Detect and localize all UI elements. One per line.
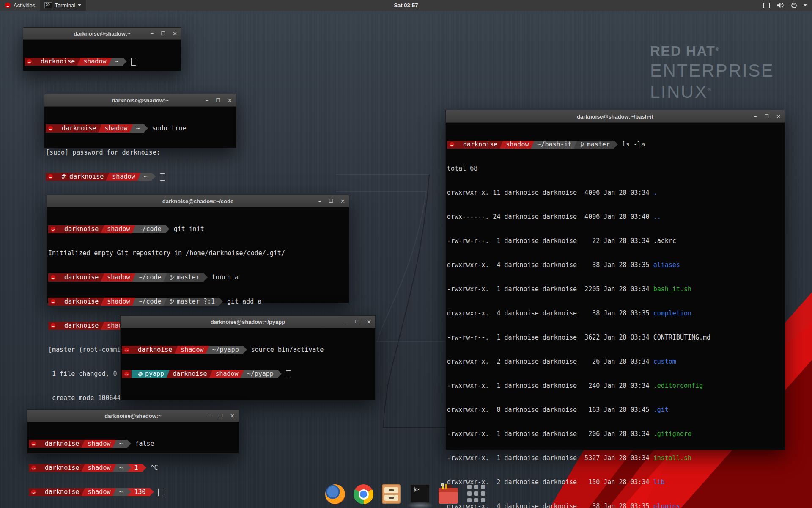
ls-row: drwxrwxr-x. 2 darknoise darknoise 150 Ja…	[447, 478, 783, 486]
terminal-cursor	[131, 58, 136, 66]
redhat-icon	[449, 142, 455, 147]
dock-item-terminal[interactable]: $>	[410, 484, 430, 504]
minimize-button[interactable]: −	[208, 413, 211, 419]
chevron-down-icon	[78, 4, 81, 6]
dock-item-chrome[interactable]	[354, 484, 373, 504]
ls-row: -rwxrwxr-x. 1 darknoise darknoise 5327 J…	[447, 454, 783, 462]
minimize-button[interactable]: −	[754, 114, 757, 119]
maximize-button[interactable]: ☐	[355, 319, 359, 325]
maximize-button[interactable]: ☐	[161, 31, 165, 36]
ls-row: drwxrwxr-x. 11 darknoise darknoise 4096 …	[447, 189, 783, 197]
minimize-button[interactable]: −	[151, 31, 154, 36]
dock-item-firefox[interactable]	[325, 484, 345, 504]
ls-row: -rw-rw-r--. 1 darknoise darknoise 22 Jan…	[447, 237, 783, 245]
maximize-button[interactable]: ☐	[329, 199, 333, 204]
window-title: darknoise@shadow:~/code	[162, 198, 233, 204]
prompt-line: darknoise shadow ~/code master touch a	[48, 273, 348, 282]
titlebar[interactable]: darknoise@shadow:~/bash-it − ☐ ✕	[446, 110, 785, 123]
prompt-arrow-icon	[152, 173, 156, 180]
window-title: darknoise@shadow:~	[74, 30, 130, 37]
close-button[interactable]: ✕	[230, 413, 235, 419]
titlebar[interactable]: darknoise@shadow:~ − ☐ ✕	[27, 410, 239, 422]
redhat-icon	[31, 465, 36, 471]
terminal-window-pyapp[interactable]: darknoise@shadow:~/pyapp − ☐ ✕ darknoise…	[120, 315, 376, 400]
prompt-arrow-icon	[123, 58, 127, 65]
power-icon	[791, 2, 797, 8]
redhat-icon	[27, 59, 32, 64]
prompt-arrow-icon	[219, 298, 223, 305]
dock-item-toolbox[interactable]	[439, 484, 458, 504]
command-text: touch a	[208, 273, 239, 282]
git-branch-icon	[170, 275, 175, 281]
prompt-line: darknoise shadow ~ false	[29, 440, 237, 448]
prompt-path-segment: ~/bash-it	[531, 141, 577, 149]
close-button[interactable]: ✕	[340, 199, 345, 204]
prompt-path-segment: ~/code	[132, 273, 167, 282]
window-title: darknoise@shadow:~/pyapp	[211, 319, 285, 325]
ls-row: drwx------. 24 darknoise darknoise 4096 …	[447, 213, 783, 221]
prompt-arrow-icon	[143, 464, 146, 472]
window-controls: − ☐ ✕	[318, 195, 345, 207]
app-menu-terminal[interactable]: $> Terminal	[40, 0, 86, 11]
prompt-host-segment: shadow	[499, 141, 534, 149]
terminal-cursor	[158, 489, 163, 496]
maximize-button[interactable]: ☐	[216, 98, 220, 103]
terminal-window-bash-it[interactable]: darknoise@shadow:~/bash-it − ☐ ✕ darknoi…	[445, 110, 785, 450]
titlebar[interactable]: darknoise@shadow:~/code − ☐ ✕	[47, 195, 349, 207]
window-title: darknoise@shadow:~	[104, 413, 161, 419]
file-name: aliases	[653, 261, 680, 269]
prompt-line: darknoise shadow ~	[25, 58, 180, 66]
activities-button[interactable]: Activities	[0, 0, 40, 11]
close-button[interactable]: ✕	[228, 98, 232, 103]
prompt-host-segment: shadow	[77, 58, 112, 66]
clock[interactable]: Sat 03:57	[394, 2, 418, 8]
dock-item-app-grid[interactable]	[467, 484, 487, 504]
terminal-icon: $>	[410, 484, 430, 503]
close-button[interactable]: ✕	[776, 114, 781, 119]
terminal-body[interactable]: darknoise shadow ~/bash-it master ls -la…	[446, 123, 785, 508]
dock-item-files[interactable]	[382, 484, 402, 504]
close-button[interactable]: ✕	[173, 31, 177, 36]
terminal-window-home-1[interactable]: darknoise@shadow:~ − ☐ ✕ darknoise shado…	[23, 27, 181, 71]
display-icon	[763, 3, 770, 8]
terminal-body[interactable]: darknoise shadow ~	[23, 40, 181, 83]
terminal-body[interactable]: darknoise shadow ~/pyapp source bin/acti…	[121, 328, 375, 396]
file-name: .	[653, 189, 657, 196]
system-status-area[interactable]	[763, 0, 812, 11]
terminal-body[interactable]: darknoise shadow ~ sudo true [sudo] pass…	[44, 107, 236, 199]
maximize-button[interactable]: ☐	[764, 114, 769, 119]
maximize-button[interactable]: ☐	[218, 413, 223, 419]
window-controls: − ☐ ✕	[345, 316, 371, 328]
terminal-body[interactable]: darknoise shadow ~ false darknoise shado…	[27, 422, 239, 508]
ls-row: drwxrwxr-x. 8 darknoise darknoise 163 Ja…	[447, 406, 783, 414]
window-controls: − ☐ ✕	[208, 410, 235, 422]
redhat-icon	[31, 441, 36, 447]
file-name: completion	[653, 309, 691, 317]
ls-row: drwxrwxr-x. 4 darknoise darknoise 38 Jan…	[447, 309, 783, 318]
titlebar[interactable]: darknoise@shadow:~ − ☐ ✕	[44, 94, 236, 107]
terminal-window-sudo[interactable]: darknoise@shadow:~ − ☐ ✕ darknoise shado…	[44, 94, 236, 148]
prompt-git-segment: master	[574, 141, 614, 149]
file-name: bash_it.sh	[653, 285, 691, 293]
command-text: git init	[170, 225, 204, 233]
terminal-cursor	[160, 173, 165, 181]
prompt-arrow-icon	[127, 440, 131, 447]
prompt-arrow-icon	[127, 488, 131, 496]
redhat-icon	[31, 489, 36, 495]
minimize-button[interactable]: −	[206, 98, 209, 103]
redhat-icon	[50, 323, 56, 329]
chrome-icon	[354, 484, 373, 504]
titlebar[interactable]: darknoise@shadow:~ − ☐ ✕	[23, 28, 181, 40]
prompt-host-segment: shadow	[81, 488, 116, 496]
prompt-git-segment: master ?:1	[164, 298, 219, 306]
file-name: .editorconfig	[653, 382, 703, 389]
minimize-button[interactable]: −	[345, 319, 348, 325]
close-button[interactable]: ✕	[367, 319, 371, 325]
ls-row: -rwxrwxr-x. 1 darknoise darknoise 2205 J…	[447, 285, 783, 293]
prompt-host-segment: shadow	[98, 124, 133, 133]
terminal-cursor	[286, 370, 291, 378]
terminal-window-home-2[interactable]: darknoise@shadow:~ − ☐ ✕ darknoise shado…	[27, 409, 239, 454]
minimize-button[interactable]: −	[318, 199, 322, 204]
terminal-window-code[interactable]: darknoise@shadow:~/code − ☐ ✕ darknoise …	[47, 195, 349, 303]
titlebar[interactable]: darknoise@shadow:~/pyapp − ☐ ✕	[121, 316, 375, 328]
